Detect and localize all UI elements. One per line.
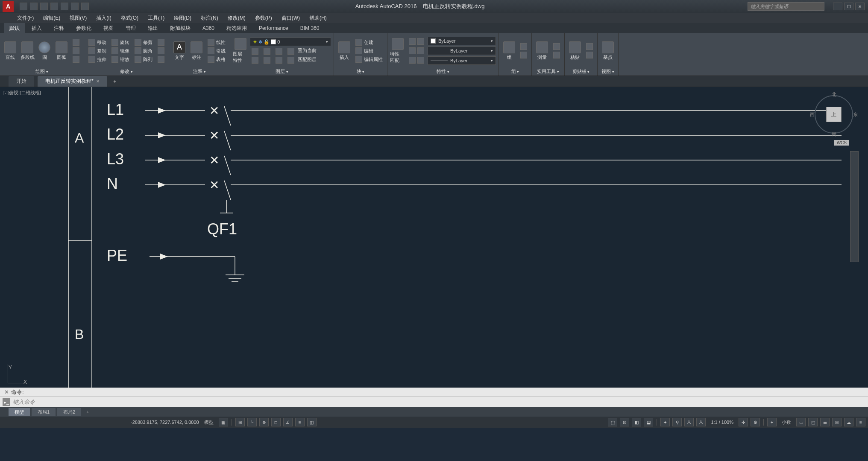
menu-parametric[interactable]: 参数(P) [255,15,272,22]
insert-block-button[interactable]: 插入 [337,41,352,61]
ribbon-tab-output[interactable]: 输出 [143,23,163,34]
lineweight-combo[interactable]: ByLayer [428,47,496,55]
transparency-toggle-icon[interactable]: ◫ [307,418,317,426]
polyline-button[interactable]: 多段线 [20,41,35,61]
menu-edit[interactable]: 编辑(E) [43,15,60,22]
layer-icon-5[interactable] [250,56,260,64]
text-button[interactable]: A文字 [172,41,187,61]
ribbon-tab-insert[interactable]: 插入 [26,23,47,34]
panel-utilities-label[interactable]: 实用工具 [534,67,562,76]
menu-tools[interactable]: 工具(T) [148,15,164,22]
sb-icon-f[interactable]: ⚲ [672,418,682,426]
group-button[interactable]: 组 [501,41,517,61]
otrack-toggle-icon[interactable]: ∠ [283,418,293,426]
doc-tab-active[interactable]: 电机正反转实例教程*✕ [38,76,107,87]
sb-icon-e[interactable]: ✦ [660,418,670,426]
ribbon-tab-annotate[interactable]: 注释 [49,23,69,34]
layout-tab-1[interactable]: 布局1 [32,408,56,416]
qat-plot-icon[interactable] [61,3,68,10]
add-layout-button[interactable]: + [83,408,92,415]
sb-icon-b[interactable]: ⊡ [620,418,629,426]
linear-dim-button[interactable]: 线性 [206,38,227,46]
customize-statusbar-icon[interactable]: ≡ [856,418,865,426]
sb-icon-o[interactable]: ☁ [844,418,853,426]
qat-save-icon[interactable] [40,3,48,10]
basepoint-button[interactable]: 基点 [600,41,616,61]
layout-tab-2[interactable]: 布局2 [57,408,81,416]
prop-icon-row[interactable] [407,38,426,45]
minimize-button[interactable]: — [833,3,842,10]
sb-icon-j[interactable]: ⚙ [751,418,760,426]
ribbon-tab-parametric[interactable]: 参数化 [71,23,97,34]
layer-icon-3[interactable] [274,47,284,55]
panel-layers-label[interactable]: 图层 [233,67,331,76]
close-button[interactable]: ✕ [855,3,865,10]
array-button[interactable]: 阵列 [133,55,154,63]
draw-flyout-3[interactable] [71,55,81,63]
sb-icon-h[interactable]: 人 [696,418,706,426]
modelspace-toggle[interactable]: 模型 [202,419,216,426]
viewcube-west[interactable]: 西 [810,111,815,118]
modify-flyout-1[interactable] [156,38,166,46]
clip-flyout2[interactable] [584,51,595,59]
menu-help[interactable]: 帮助(H) [309,15,327,22]
annotation-scale[interactable]: 1:1 / 100% [708,420,736,425]
paste-button[interactable]: 粘贴 [567,41,583,61]
sb-icon-n[interactable]: ⊟ [832,418,842,426]
lineweight-toggle-icon[interactable]: ≡ [295,418,305,426]
add-doc-button[interactable]: + [111,79,119,85]
match-layer-button[interactable]: 匹配图层 [298,56,317,64]
maximize-button[interactable]: ☐ [844,3,853,10]
viewcube[interactable]: 北 南 西 东 上 [812,93,855,136]
layer-combo[interactable]: ☀ ❄ 🔓 0 [250,38,331,46]
dimension-button[interactable]: 标注 [189,41,204,61]
layer-properties-button[interactable]: 图层 特性 [233,38,248,64]
measure-button[interactable]: 测量 [534,41,550,61]
ortho-toggle-icon[interactable]: └ [247,418,257,426]
ribbon-tab-manage[interactable]: 管理 [120,23,141,34]
menu-insert[interactable]: 插入(I) [96,15,111,22]
copy-button[interactable]: 复制 [87,47,108,55]
viewcube-east[interactable]: 东 [853,111,858,118]
app-menu-icon[interactable]: A [3,1,14,12]
panel-group-label[interactable]: 组 [501,67,529,76]
panel-baseview-label[interactable]: 视图 [600,67,616,76]
scale-button[interactable]: 缩放 [110,55,131,63]
grid-toggle-icon[interactable]: ▦ [219,418,228,426]
close-doc-icon[interactable]: ✕ [96,79,100,84]
workspace-icon[interactable]: + [767,418,777,426]
draw-flyout-1[interactable] [71,38,81,46]
sb-icon-l[interactable]: ◰ [808,418,818,426]
rotate-button[interactable]: 旋转 [110,38,131,46]
viewcube-south[interactable]: 南 [832,131,836,137]
menu-window[interactable]: 窗口(W) [282,15,300,22]
drawing-canvas[interactable]: [-][俯视][二维线框] A B L1 ✕ L2 ✕ L3 [0,87,868,388]
panel-annotate-label[interactable]: 注释 [172,67,227,76]
clip-flyout[interactable] [584,43,595,50]
close-cmd-icon[interactable]: ✕ [4,389,11,395]
osnap-toggle-icon[interactable]: □ [271,418,281,426]
group-flyout2[interactable] [519,51,529,59]
modify-flyout-3[interactable] [156,55,166,63]
modify-flyout-2[interactable] [156,47,166,55]
recent-commands-icon[interactable]: ▸_ [3,398,10,406]
ribbon-tab-performance[interactable]: Performance [254,23,293,33]
prop-icon-row3[interactable] [407,56,426,64]
menu-dimension[interactable]: 标注(N) [201,15,218,22]
fillet-button[interactable]: 圆角 [133,47,154,55]
doc-tab-start[interactable]: 开始 [9,76,34,87]
edit-attr-button[interactable]: 编辑属性 [354,55,384,63]
ribbon-tab-view[interactable]: 视图 [98,23,119,34]
sb-icon-i[interactable]: ✢ [739,418,748,426]
ribbon-tab-addins[interactable]: 附加模块 [165,23,196,34]
match-properties-button[interactable]: 特性 匹配 [390,38,405,64]
sb-icon-a[interactable]: ⬚ [608,418,617,426]
sb-icon-d[interactable]: ⬓ [644,418,653,426]
qat-saveas-icon[interactable] [50,3,58,10]
qat-new-icon[interactable] [20,3,27,10]
sb-icon-c[interactable]: ◧ [632,418,641,426]
ribbon-tab-bim360[interactable]: BIM 360 [295,23,325,33]
menu-draw[interactable]: 绘图(D) [174,15,191,22]
make-current-button[interactable]: 置为当前 [298,47,317,55]
panel-modify-label[interactable]: 修改 [87,67,166,76]
